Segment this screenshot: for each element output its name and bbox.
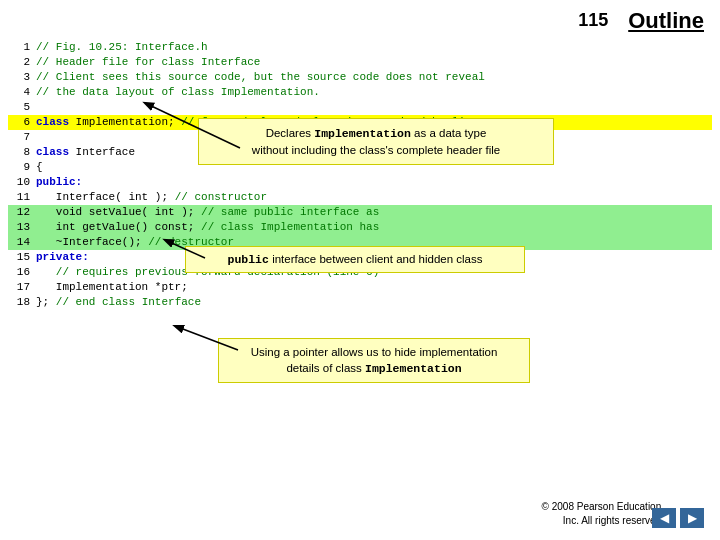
outline-title: Outline [628, 8, 704, 34]
public-interface-text: public interface between client and hidd… [228, 253, 483, 265]
prev-arrow-icon: ◀ [660, 511, 669, 525]
pointer-text: Using a pointer allows us to hide implem… [251, 346, 498, 374]
code-line-2: 2 // Header file for class Interface [8, 55, 712, 70]
public-interface-callout: public interface between client and hidd… [185, 246, 525, 273]
code-line-3: 3 // Client sees this source code, but t… [8, 70, 712, 85]
next-button[interactable]: ▶ [680, 508, 704, 528]
declares-callout: Declares Implementation as a data typewi… [198, 118, 554, 165]
code-line-18: 18 }; // end class Interface [8, 295, 712, 310]
code-line-4: 4 // the data layout of class Implementa… [8, 85, 712, 100]
prev-button[interactable]: ◀ [652, 508, 676, 528]
header: 115 Outline [0, 0, 720, 38]
code-line-11: 11 Interface( int ); // constructor [8, 190, 712, 205]
page-number: 115 [578, 10, 608, 31]
code-line-12: 12 void setValue( int ); // same public … [8, 205, 712, 220]
code-line-13: 13 int getValue() const; // class Implem… [8, 220, 712, 235]
code-line-17: 17 Implementation *ptr; [8, 280, 712, 295]
code-line-1: 1 // Fig. 10.25: Interface.h [8, 40, 712, 55]
code-line-10: 10 public: [8, 175, 712, 190]
copyright: © 2008 Pearson Education,Inc. All rights… [542, 500, 664, 528]
next-arrow-icon: ▶ [688, 511, 697, 525]
pointer-callout: Using a pointer allows us to hide implem… [218, 338, 530, 383]
declares-text: Declares Implementation as a data typewi… [252, 127, 500, 156]
nav-buttons: ◀ ▶ [652, 508, 704, 528]
code-line-5: 5 [8, 100, 712, 115]
